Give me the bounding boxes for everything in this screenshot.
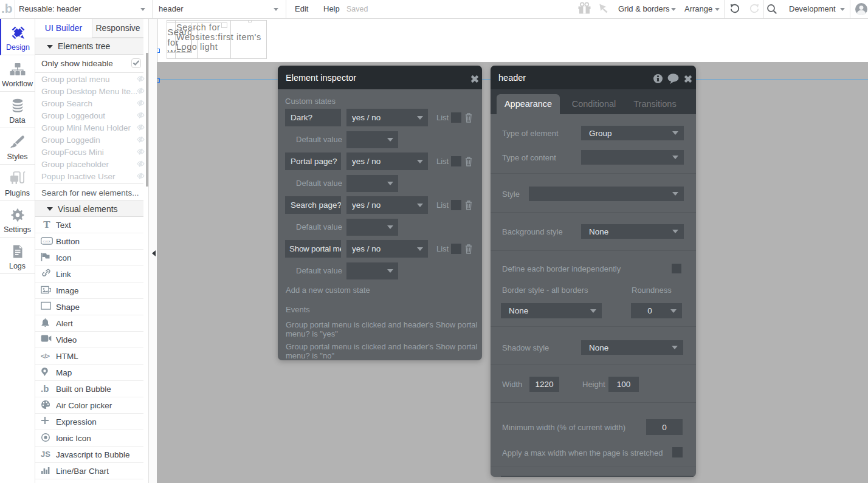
svg-text:CLICK: CLICK <box>43 240 51 243</box>
